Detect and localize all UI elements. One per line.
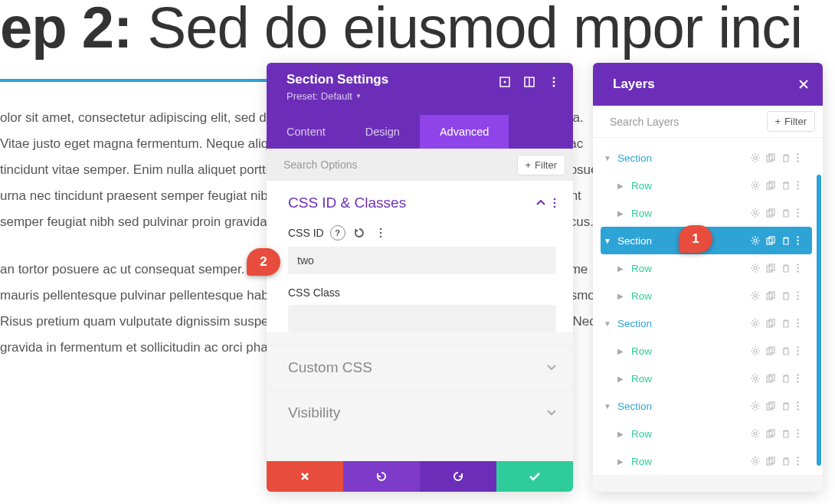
more-icon[interactable] — [797, 236, 806, 245]
gear-icon[interactable] — [751, 263, 760, 273]
visibility-section[interactable]: Visibility — [267, 390, 573, 435]
layer-row[interactable]: ▶Row — [601, 420, 812, 447]
more-icon[interactable] — [797, 181, 806, 190]
trash-icon[interactable] — [781, 263, 791, 273]
more-icon[interactable] — [553, 198, 556, 208]
more-icon[interactable] — [797, 429, 806, 438]
layer-label: Row — [631, 180, 751, 191]
gear-icon[interactable] — [751, 374, 760, 383]
duplicate-icon[interactable] — [766, 291, 775, 300]
gear-icon[interactable] — [751, 208, 760, 218]
toggle-icon[interactable]: ▼ — [604, 402, 613, 411]
focus-icon[interactable] — [499, 77, 510, 87]
more-icon[interactable] — [797, 401, 806, 411]
gear-icon[interactable] — [751, 429, 760, 438]
cancel-button[interactable] — [267, 461, 343, 492]
more-icon[interactable] — [548, 77, 559, 87]
trash-icon[interactable] — [781, 319, 791, 328]
close-icon[interactable] — [798, 79, 809, 90]
settings-search-input[interactable] — [283, 159, 509, 171]
layer-row[interactable]: ▶Row — [601, 172, 812, 199]
toggle-icon[interactable]: ▶ — [617, 182, 627, 190]
more-icon[interactable] — [797, 263, 806, 273]
css-class-input[interactable] — [288, 305, 556, 332]
reset-icon[interactable] — [352, 225, 367, 241]
gear-icon[interactable] — [751, 457, 760, 466]
trash-icon[interactable] — [781, 457, 791, 466]
gear-icon[interactable] — [751, 346, 760, 355]
more-icon[interactable] — [797, 153, 806, 162]
layer-row[interactable]: ▶Row — [601, 447, 812, 475]
trash-icon[interactable] — [781, 346, 791, 355]
layers-scrollbar[interactable] — [817, 175, 821, 466]
layers-search-input[interactable] — [610, 116, 759, 128]
columns-icon[interactable] — [524, 77, 535, 87]
gear-icon[interactable] — [751, 401, 760, 411]
help-icon[interactable]: ? — [330, 225, 345, 241]
toggle-icon[interactable]: ▼ — [604, 154, 613, 162]
layer-section[interactable]: ▼Section — [601, 144, 812, 172]
duplicate-icon[interactable] — [766, 181, 775, 190]
layers-filter-button[interactable]: + Filter — [767, 111, 815, 132]
trash-icon[interactable] — [781, 401, 791, 411]
layer-section[interactable]: ▼Section — [601, 309, 812, 337]
collapse-icon[interactable] — [536, 200, 545, 206]
duplicate-icon[interactable] — [766, 208, 775, 218]
layer-row[interactable]: ▶Row — [601, 365, 812, 392]
tab-content[interactable]: Content — [267, 115, 345, 149]
toggle-icon[interactable]: ▼ — [604, 319, 613, 328]
duplicate-icon[interactable] — [766, 153, 775, 162]
toggle-icon[interactable]: ▶ — [617, 264, 627, 273]
toggle-icon[interactable]: ▶ — [617, 375, 627, 383]
toggle-icon[interactable]: ▶ — [617, 457, 627, 466]
toggle-icon[interactable]: ▶ — [617, 209, 627, 218]
duplicate-icon[interactable] — [766, 263, 775, 273]
trash-icon[interactable] — [781, 291, 791, 300]
trash-icon[interactable] — [781, 153, 791, 162]
toggle-icon[interactable]: ▼ — [604, 237, 613, 245]
redo-button[interactable] — [420, 461, 496, 492]
settings-filter-button[interactable]: + Filter — [517, 155, 565, 175]
svg-point-12 — [379, 236, 381, 238]
duplicate-icon[interactable] — [766, 401, 775, 411]
layer-row[interactable]: ▶Row — [601, 199, 812, 227]
toggle-icon[interactable]: ▶ — [617, 347, 627, 355]
gear-icon[interactable] — [751, 319, 760, 328]
trash-icon[interactable] — [781, 208, 791, 218]
trash-icon[interactable] — [781, 374, 791, 383]
more-icon[interactable] — [797, 346, 806, 355]
duplicate-icon[interactable] — [766, 429, 775, 438]
layer-section[interactable]: ▼Section — [601, 392, 812, 420]
more-icon[interactable] — [797, 208, 806, 218]
gear-icon[interactable] — [751, 291, 760, 300]
settings-preset[interactable]: Preset: Default ▼ — [287, 90, 388, 102]
more-icon[interactable] — [797, 374, 806, 383]
duplicate-icon[interactable] — [766, 236, 775, 245]
gear-icon[interactable] — [751, 153, 760, 162]
trash-icon[interactable] — [781, 236, 791, 245]
gear-icon[interactable] — [751, 181, 760, 190]
save-button[interactable] — [496, 461, 573, 492]
more-icon[interactable] — [797, 457, 806, 466]
more-icon[interactable] — [373, 225, 388, 241]
duplicate-icon[interactable] — [766, 319, 775, 328]
duplicate-icon[interactable] — [766, 457, 775, 466]
more-icon[interactable] — [797, 319, 806, 328]
undo-button[interactable] — [343, 461, 420, 492]
trash-icon[interactable] — [781, 181, 791, 190]
layer-row[interactable]: ▶Row — [601, 254, 812, 282]
svg-point-41 — [797, 267, 798, 269]
toggle-icon[interactable]: ▶ — [617, 292, 627, 300]
more-icon[interactable] — [797, 291, 806, 300]
tab-advanced[interactable]: Advanced — [420, 115, 509, 149]
toggle-icon[interactable]: ▶ — [617, 430, 627, 438]
layer-row[interactable]: ▶Row — [601, 282, 812, 309]
css-id-input[interactable] — [288, 247, 556, 274]
layer-row[interactable]: ▶Row — [601, 337, 812, 365]
tab-design[interactable]: Design — [345, 115, 420, 149]
duplicate-icon[interactable] — [766, 374, 775, 383]
custom-css-section[interactable]: Custom CSS — [267, 345, 573, 390]
trash-icon[interactable] — [781, 429, 791, 438]
duplicate-icon[interactable] — [766, 346, 775, 355]
gear-icon[interactable] — [751, 236, 760, 245]
